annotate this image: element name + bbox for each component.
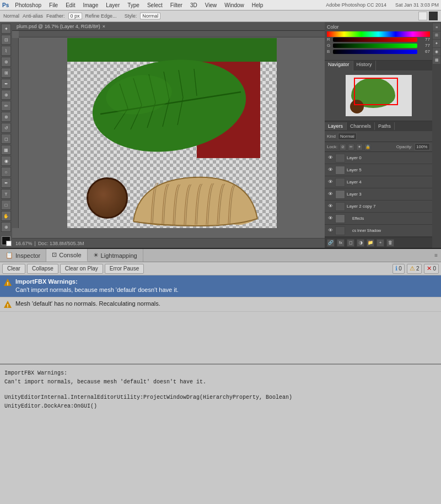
crop-tool[interactable]: ⊞	[1, 68, 11, 78]
clear-on-play-button[interactable]: Clear on Play	[60, 264, 103, 274]
new-layer-icon[interactable]: +	[377, 239, 384, 247]
menu-help[interactable]: Help	[250, 2, 265, 8]
refine-edge-btn[interactable]: Refine Edge...	[85, 13, 117, 19]
background-color[interactable]	[6, 241, 12, 246]
layer-eye-4[interactable]: 👁	[327, 203, 334, 210]
layer-eye-5[interactable]: 👁	[327, 215, 334, 222]
adjustment-layer-icon[interactable]: ◑	[357, 239, 364, 247]
tab-layers[interactable]: Layers	[325, 122, 347, 130]
lock-all-icon[interactable]: 🔒	[364, 144, 371, 150]
layer-eye-2[interactable]: 👁	[327, 179, 334, 186]
tab-navigator[interactable]: Navigator	[325, 61, 353, 71]
tab-paths[interactable]: Paths	[375, 122, 395, 130]
tab-menu-icon[interactable]: ≡	[431, 249, 441, 262]
menu-photoshop[interactable]: Photoshop	[13, 2, 43, 8]
nav-thumb-viewport	[354, 78, 398, 105]
menu-select[interactable]: Select	[146, 2, 164, 8]
console-message-0[interactable]: ! ImportFBX Warnings: Can't import norma…	[0, 275, 441, 297]
layer-row-3[interactable]: 👁Layer 3	[325, 188, 432, 200]
link-layers-icon[interactable]: 🔗	[327, 239, 335, 247]
info-badge[interactable]: ℹ 0	[392, 264, 405, 274]
right-tool-1[interactable]: ≡	[433, 23, 440, 31]
eraser-tool[interactable]: ◻	[1, 134, 11, 144]
unity-tab-bar: 📋 Inspector ⊡ Console ☀ Lightmapping ≡	[0, 249, 441, 262]
canvas-image	[67, 38, 277, 228]
layer-name-4: Layer 2 copy 7	[347, 204, 430, 209]
red-slider[interactable]	[333, 37, 417, 42]
lock-transparent-icon[interactable]: ⊘	[340, 144, 346, 150]
style-value[interactable]: Normal	[140, 13, 160, 19]
menu-3d[interactable]: 3D	[189, 2, 199, 8]
collapse-button[interactable]: Collapse	[27, 264, 58, 274]
opacity-input[interactable]: 100%	[415, 143, 430, 150]
lock-image-icon[interactable]: ✏	[348, 144, 354, 150]
marquee-tool[interactable]: ⊡	[1, 35, 11, 45]
eyedropper-tool[interactable]: ✒	[1, 79, 11, 89]
layer-row-1[interactable]: 👁Layer 5	[325, 164, 432, 176]
error-pause-button[interactable]: Error Pause	[105, 264, 144, 274]
gradient-tool[interactable]: ▦	[1, 145, 11, 155]
layer-row-5[interactable]: 👁Effects	[325, 213, 432, 225]
blend-mode-select[interactable]: Normal	[338, 133, 357, 140]
delete-layer-icon[interactable]: 🗑	[386, 239, 394, 247]
tab-channels[interactable]: Channels	[347, 122, 375, 130]
right-tool-4[interactable]: ◉	[433, 48, 440, 56]
canvas-close-icon[interactable]: ×	[103, 24, 105, 29]
stamp-tool[interactable]: ⊗	[1, 112, 11, 122]
feather-value[interactable]: 0 px	[68, 13, 82, 19]
layer-row-0[interactable]: 👁Layer 0	[325, 152, 432, 164]
right-tool-3[interactable]: ✦	[433, 40, 440, 47]
new-group-icon[interactable]: 📁	[367, 239, 374, 247]
green-slider[interactable]	[333, 44, 417, 48]
clear-button[interactable]: Clear	[2, 264, 25, 274]
tab-lightmapping[interactable]: ☀ Lightmapping	[88, 249, 143, 262]
console-detail-area[interactable]: ImportFBX Warnings: Can't import normals…	[0, 364, 441, 504]
right-tool-2[interactable]: ⊞	[433, 31, 440, 39]
blur-tool[interactable]: ◉	[1, 156, 11, 166]
canvas-area[interactable]: plum.psd @ 16.7% (Layer 4, RGB/8#) ×	[12, 22, 325, 248]
layer-eye-0[interactable]: 👁	[327, 155, 334, 161]
canvas-content[interactable]	[19, 38, 325, 228]
move-tool[interactable]: ✦	[1, 24, 11, 34]
zoom-tool[interactable]: ⊕	[1, 222, 11, 232]
pen-tool[interactable]: ✒	[1, 178, 11, 188]
quick-select-tool[interactable]: ⊛	[1, 57, 11, 67]
warning-triangle-icon-0: !	[3, 278, 12, 287]
warning-badge[interactable]: ⚠ 2	[407, 264, 422, 274]
tab-history[interactable]: History	[353, 61, 376, 71]
foreground-color[interactable]	[2, 236, 10, 245]
add-style-icon[interactable]: fx	[337, 239, 345, 247]
shape-tool[interactable]: □	[1, 200, 11, 210]
menu-file[interactable]: File	[47, 2, 60, 8]
canvas-tab[interactable]: plum.psd @ 16.7% (Layer 4, RGB/8#) ×	[12, 22, 325, 31]
console-message-1[interactable]: ! Mesh 'default' has no normals. Recalcu…	[0, 297, 441, 312]
tab-console[interactable]: ⊡ Console	[46, 249, 87, 262]
menu-layer[interactable]: Layer	[104, 2, 121, 8]
history-brush-tool[interactable]: ↺	[1, 123, 11, 133]
hand-tool[interactable]: ✋	[1, 211, 11, 221]
menu-edit[interactable]: Edit	[64, 2, 77, 8]
add-mask-icon[interactable]: ◻	[347, 239, 354, 247]
menu-type[interactable]: Type	[126, 2, 141, 8]
text-tool[interactable]: T	[1, 189, 11, 199]
layer-eye-1[interactable]: 👁	[327, 167, 334, 174]
layer-row-4[interactable]: 👁Layer 2 copy 7	[325, 200, 432, 213]
blue-slider[interactable]	[333, 50, 417, 54]
menu-image[interactable]: Image	[81, 2, 100, 8]
layer-eye-3[interactable]: 👁	[327, 191, 334, 198]
layer-row-2[interactable]: 👁Layer 4	[325, 176, 432, 188]
healing-tool[interactable]: ⊕	[1, 90, 11, 100]
layer-row-6[interactable]: 👁cs Inner Shadow	[325, 225, 432, 237]
brush-tool[interactable]: ✏	[1, 101, 11, 111]
menu-window[interactable]: Window	[223, 2, 246, 8]
tab-inspector[interactable]: 📋 Inspector	[0, 249, 46, 262]
red-value: 77	[419, 37, 430, 42]
right-tool-5[interactable]: ▦	[433, 56, 440, 64]
lock-position-icon[interactable]: ✦	[356, 144, 363, 150]
menu-filter[interactable]: Filter	[169, 2, 184, 8]
layer-eye-6[interactable]: 👁	[327, 227, 334, 234]
lasso-tool[interactable]: ⌇	[1, 46, 11, 56]
dodge-tool[interactable]: ○	[1, 167, 11, 177]
error-badge[interactable]: ✕ 0	[424, 264, 439, 274]
menu-view[interactable]: View	[203, 2, 219, 8]
